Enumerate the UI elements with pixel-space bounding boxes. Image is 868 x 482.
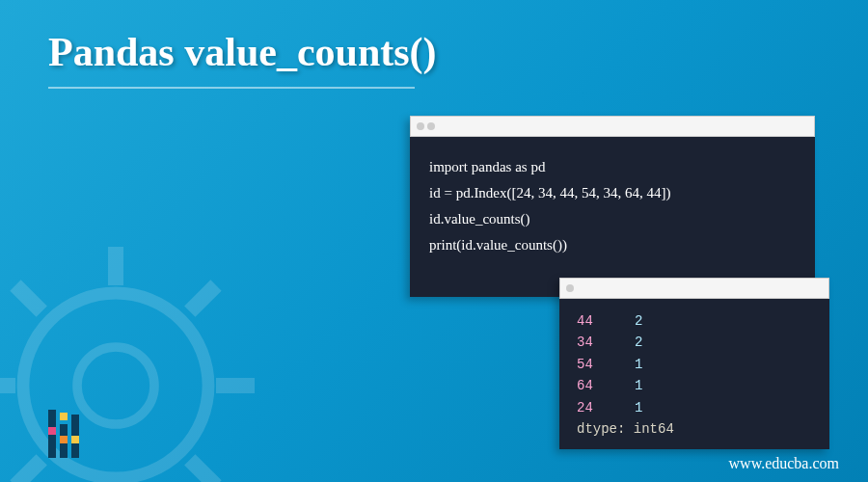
output-row: 342	[577, 332, 812, 353]
window-control-icon	[566, 284, 574, 292]
svg-line-8	[15, 460, 41, 482]
window-control-icon	[417, 122, 424, 130]
page-title: Pandas value_counts()	[48, 29, 437, 75]
output-row: 442	[577, 310, 812, 332]
svg-line-9	[190, 285, 216, 311]
output-body: 442 342 541 641 241 dtype: int64	[559, 299, 829, 449]
background-gear-pattern	[0, 231, 270, 482]
output-row: 241	[577, 397, 812, 418]
logo-bar-icon	[60, 424, 68, 458]
logo-dot-icon	[48, 427, 56, 435]
window-titlebar	[410, 116, 815, 137]
logo-dot-icon	[60, 436, 68, 443]
gear-icon	[0, 231, 270, 482]
window-control-icon	[427, 122, 435, 130]
code-window-output: 442 342 541 641 241 dtype: int64	[559, 278, 829, 449]
code-line: id.value_counts()	[429, 206, 796, 232]
svg-point-1	[77, 347, 154, 424]
title-divider	[48, 87, 415, 89]
code-line: import pandas as pd	[429, 154, 796, 180]
output-row: 541	[577, 354, 812, 375]
svg-line-7	[190, 460, 216, 482]
logo-bar-icon	[48, 410, 56, 458]
website-url: www.educba.com	[729, 455, 839, 472]
code-window-source: import pandas as pd id = pd.Index([24, 3…	[410, 116, 815, 297]
brand-logo	[48, 410, 79, 458]
window-titlebar	[559, 278, 829, 299]
logo-dot-icon	[60, 413, 68, 420]
code-line: print(id.value_counts())	[429, 232, 796, 258]
logo-dot-icon	[71, 436, 79, 443]
logo-bar-icon	[71, 415, 79, 458]
output-row: 641	[577, 375, 812, 396]
code-body: import pandas as pd id = pd.Index([24, 3…	[410, 137, 815, 297]
code-line: id = pd.Index([24, 34, 44, 54, 34, 64, 4…	[429, 180, 796, 206]
output-dtype: dtype: int64	[577, 418, 812, 440]
svg-line-6	[15, 285, 41, 311]
